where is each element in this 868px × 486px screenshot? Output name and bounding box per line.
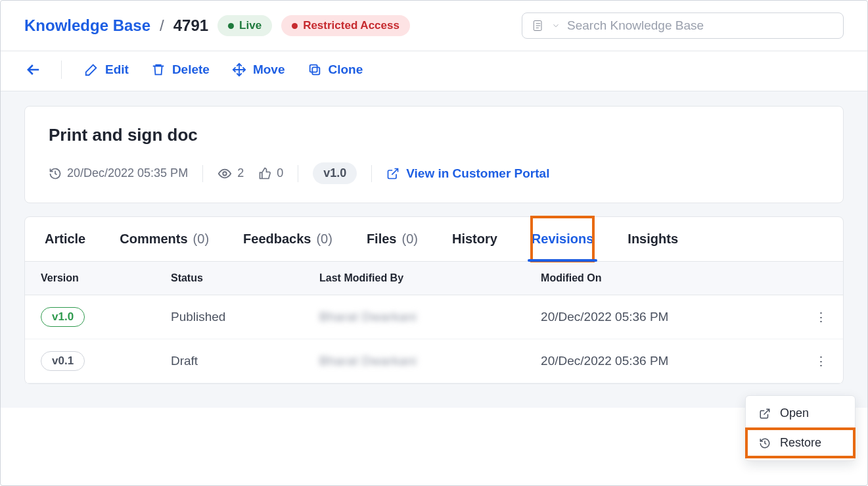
status-badge-live: Live xyxy=(217,15,272,36)
meta-divider xyxy=(202,165,203,182)
views-count: 2 xyxy=(217,166,244,181)
col-modified-on: Modified On xyxy=(525,262,799,295)
views-value: 2 xyxy=(237,166,244,180)
actions-toolbar: Edit Delete Move Clone xyxy=(1,51,867,91)
context-open-label: Open xyxy=(780,406,809,420)
likes-count: 0 xyxy=(258,166,283,180)
revisions-table: Version Status Last Modified By Modified… xyxy=(25,262,843,383)
likes-value: 0 xyxy=(277,166,283,180)
dot-icon xyxy=(228,23,234,29)
table-row: v1.0PublishedBharat Dwarkani20/Dec/2022 … xyxy=(25,295,843,339)
edit-label: Edit xyxy=(105,62,129,77)
status-badge-restricted: Restricted Access xyxy=(281,15,410,36)
col-status: Status xyxy=(155,262,304,295)
tab-insights[interactable]: Insights xyxy=(628,217,678,261)
tab-comments[interactable]: Comments(0) xyxy=(120,217,209,261)
delete-label: Delete xyxy=(172,62,210,77)
thumbs-up-icon xyxy=(258,167,271,180)
move-button[interactable]: Move xyxy=(232,62,285,77)
dot-icon xyxy=(292,23,298,29)
clone-label: Clone xyxy=(329,62,363,77)
context-restore[interactable]: Restore xyxy=(746,428,855,458)
edit-button[interactable]: Edit xyxy=(84,62,129,77)
tab-history[interactable]: History xyxy=(452,217,497,261)
delete-button[interactable]: Delete xyxy=(151,62,210,77)
version-pill: v0.1 xyxy=(41,351,85,371)
breadcrumb: Knowledge Base / 4791 xyxy=(24,16,208,35)
tab-files[interactable]: Files(0) xyxy=(367,217,418,261)
meta-divider xyxy=(371,165,372,182)
col-actions xyxy=(799,262,843,295)
svg-point-3 xyxy=(223,172,227,176)
chevron-down-icon[interactable] xyxy=(551,21,560,30)
row-menu-button[interactable]: ⋮ xyxy=(799,339,843,383)
trash-icon xyxy=(151,62,166,77)
breadcrumb-separator: / xyxy=(160,16,164,35)
breadcrumb-id: 4791 xyxy=(173,16,208,35)
top-header: Knowledge Base / 4791 Live Restricted Ac… xyxy=(1,1,867,51)
arrow-left-icon xyxy=(24,61,43,79)
table-row: v0.1DraftBharat Dwarkani20/Dec/2022 05:3… xyxy=(25,339,843,383)
view-in-portal-link[interactable]: View in Customer Portal xyxy=(386,166,549,181)
article-summary-card: Print and sign doc 20/Dec/2022 05:35 PM … xyxy=(24,106,844,203)
current-version-pill: v1.0 xyxy=(313,162,357,184)
tab-article[interactable]: Article xyxy=(45,217,85,261)
pencil-icon xyxy=(84,62,99,77)
svg-rect-1 xyxy=(312,67,319,74)
search-input[interactable] xyxy=(567,18,834,33)
status-restricted-label: Restricted Access xyxy=(303,19,400,32)
modified-time: 20/Dec/2022 05:35 PM xyxy=(49,166,188,180)
meta-divider xyxy=(298,165,298,182)
row-status: Published xyxy=(155,295,304,339)
search-box[interactable] xyxy=(522,12,844,39)
document-icon xyxy=(532,19,545,32)
tab-feedbacks[interactable]: Feedbacks(0) xyxy=(243,217,332,261)
row-modified-by: Bharat Dwarkani xyxy=(319,310,417,324)
eye-icon xyxy=(217,166,232,181)
history-icon xyxy=(759,437,771,449)
back-button[interactable] xyxy=(24,61,62,79)
row-status: Draft xyxy=(155,339,304,383)
svg-rect-2 xyxy=(309,65,317,72)
col-modified-by: Last Modified By xyxy=(304,262,525,295)
modified-time-value: 20/Dec/2022 05:35 PM xyxy=(67,166,188,180)
tabs-card: Article Comments(0) Feedbacks(0) Files(0… xyxy=(24,216,844,384)
version-pill: v1.0 xyxy=(41,307,85,327)
row-modified-on: 20/Dec/2022 05:36 PM xyxy=(525,295,799,339)
move-label: Move xyxy=(253,62,285,77)
portal-link-label: View in Customer Portal xyxy=(406,166,549,181)
article-meta-row: 20/Dec/2022 05:35 PM 2 0 v1.0 xyxy=(49,162,819,184)
article-title: Print and sign doc xyxy=(49,125,819,145)
copy-icon xyxy=(308,62,322,77)
context-restore-label: Restore xyxy=(780,436,821,450)
external-link-icon xyxy=(386,167,400,180)
move-icon xyxy=(232,62,246,77)
clone-button[interactable]: Clone xyxy=(308,62,363,77)
col-version: Version xyxy=(25,262,155,295)
row-context-menu: Open Restore xyxy=(745,395,856,461)
tab-revisions[interactable]: Revisions xyxy=(532,217,593,261)
content-area: Print and sign doc 20/Dec/2022 05:35 PM … xyxy=(1,91,867,408)
row-modified-on: 20/Dec/2022 05:36 PM xyxy=(525,339,799,383)
row-menu-button[interactable]: ⋮ xyxy=(799,295,843,339)
external-link-icon xyxy=(759,408,771,420)
context-open[interactable]: Open xyxy=(746,399,855,428)
row-modified-by: Bharat Dwarkani xyxy=(319,354,417,368)
history-icon xyxy=(49,167,62,180)
tabs-row: Article Comments(0) Feedbacks(0) Files(0… xyxy=(25,217,843,262)
status-live-label: Live xyxy=(239,19,262,32)
breadcrumb-root-link[interactable]: Knowledge Base xyxy=(24,16,150,35)
